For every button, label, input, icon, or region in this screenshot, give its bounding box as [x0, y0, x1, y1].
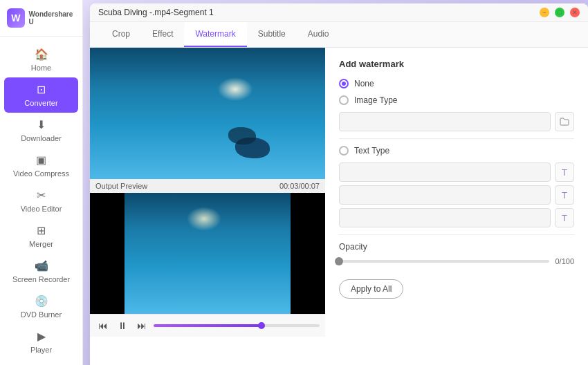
sidebar-label-player: Player: [30, 346, 52, 354]
opacity-slider-thumb[interactable]: [335, 257, 343, 265]
sidebar-label-recorder: Screen Recorder: [12, 275, 70, 283]
watermark-panel: Add watermark None Image Type: [325, 48, 588, 365]
sidebar-label-downloader: Downloader: [21, 134, 62, 142]
sidebar-item-downloader[interactable]: ⬇ Downloader: [0, 113, 82, 148]
progress-fill: [154, 324, 261, 327]
divider-1: [339, 138, 574, 139]
sidebar-label-merger: Merger: [29, 240, 53, 248]
output-video-canvas: [90, 193, 325, 314]
app-area: Speed Conversion Convert Start All Scuba…: [83, 0, 588, 365]
radio-none[interactable]: None: [339, 79, 574, 88]
converter-icon: ⊡: [37, 83, 46, 96]
text-input-row-1: T: [339, 162, 574, 182]
text-watermark-input-2[interactable]: [339, 185, 551, 205]
minimize-button[interactable]: −: [540, 8, 549, 17]
tab-watermark[interactable]: Watermark: [184, 22, 246, 47]
play-button[interactable]: ⏭: [134, 319, 149, 333]
text-format-btn-1[interactable]: T: [555, 162, 574, 182]
sidebar-item-converter[interactable]: ⊡ Converter: [4, 77, 78, 113]
text-input-row-3: T: [339, 208, 574, 227]
input-video-preview: [90, 48, 325, 179]
sidebar-label-compress: Video Compress: [13, 169, 69, 178]
tab-audio[interactable]: Audio: [297, 22, 340, 47]
sidebar-item-player[interactable]: ▶ Player: [0, 324, 82, 359]
dialog-titlebar: Scuba Diving -.mp4-Segment 1 − □ ✕: [90, 3, 588, 22]
logo-icon: W: [7, 8, 25, 28]
sidebar-item-merger[interactable]: ⊞ Merger: [0, 218, 82, 254]
dialog-title: Scuba Diving -.mp4-Segment 1: [98, 8, 214, 17]
app-logo: W Wondershare U: [0, 0, 82, 37]
dialog-body: Output Preview 00:03/00:07 ⏮: [90, 48, 588, 365]
dialog-controls: − □ ✕: [540, 8, 580, 17]
tab-subtitle[interactable]: Subtitle: [247, 22, 297, 47]
radio-image-type[interactable]: Image Type: [339, 95, 574, 105]
opacity-section: Opacity 0/100: [339, 242, 574, 265]
opacity-slider-row: 0/100: [339, 257, 574, 265]
playback-controls: ⏮ ⏸ ⏭: [90, 314, 325, 337]
main-content: Speed Conversion Convert Start All Scuba…: [83, 0, 588, 365]
browse-folder-button[interactable]: [555, 112, 574, 131]
apply-to-all-button[interactable]: Apply to All: [339, 279, 403, 299]
opacity-slider-track[interactable]: [339, 260, 549, 263]
sidebar: W Wondershare U 🏠 Home ⊡ Converter ⬇ Dow…: [0, 0, 83, 365]
video-area: Output Preview 00:03/00:07 ⏮: [90, 48, 325, 365]
sidebar-item-dvd-burner[interactable]: 💿 DVD Burner: [0, 289, 82, 324]
progress-bar[interactable]: [154, 324, 320, 327]
sidebar-label-converter: Converter: [24, 99, 57, 107]
player-icon: ▶: [37, 330, 46, 343]
text-format-btn-3[interactable]: T: [555, 208, 574, 227]
black-bar-left: [90, 193, 125, 314]
sidebar-label-dvd: DVD Burner: [21, 310, 62, 319]
opacity-label: Opacity: [339, 242, 574, 252]
compress-icon: ▣: [36, 153, 46, 167]
text-watermark-input-3[interactable]: [339, 208, 551, 227]
sidebar-label-editor: Video Editor: [21, 205, 62, 213]
sidebar-item-screen-recorder[interactable]: 📹 Screen Recorder: [0, 254, 82, 289]
panel-title: Add watermark: [339, 59, 574, 69]
opacity-value: 0/100: [555, 257, 574, 265]
divider-2: [339, 234, 574, 235]
recorder-icon: 📹: [35, 259, 48, 272]
output-video-preview: [90, 193, 325, 314]
text-format-btn-2[interactable]: T: [555, 185, 574, 205]
merger-icon: ⊞: [37, 224, 46, 237]
dvd-icon: 💿: [35, 294, 48, 308]
radio-text-type[interactable]: Text Type: [339, 146, 574, 156]
sidebar-item-toolbox[interactable]: ⚙ Toolbox: [0, 359, 82, 365]
tab-crop[interactable]: Crop: [101, 22, 141, 47]
radio-text-circle[interactable]: [339, 146, 349, 156]
close-button[interactable]: ✕: [570, 8, 580, 17]
text-input-row-2: T: [339, 185, 574, 205]
video-timestamp: 00:03/00:07: [279, 182, 320, 190]
pause-button[interactable]: ⏸: [115, 319, 130, 333]
folder-icon: [560, 118, 569, 126]
sidebar-label-home: Home: [31, 64, 51, 72]
sidebar-item-home[interactable]: 🏠 Home: [0, 42, 82, 77]
radio-text-label: Text Type: [354, 146, 389, 156]
text-watermark-input-1[interactable]: [339, 162, 551, 182]
logo-text: Wondershare U: [29, 10, 75, 26]
black-bar-right: [291, 193, 325, 314]
rewind-button[interactable]: ⏮: [95, 319, 111, 333]
dialog-tabs: Crop Effect Watermark Subtitle Audio: [90, 22, 588, 48]
tab-effect[interactable]: Effect: [141, 22, 184, 47]
input-video-canvas: [90, 48, 325, 179]
diver-silhouette-2: [228, 127, 256, 144]
sidebar-item-video-compress[interactable]: ▣ Video Compress: [0, 148, 82, 183]
sidebar-item-video-editor[interactable]: ✂ Video Editor: [0, 183, 82, 218]
light-glow: [214, 75, 256, 103]
output-light-glow: [187, 207, 221, 231]
maximize-button[interactable]: □: [555, 8, 564, 17]
edit-dialog: Scuba Diving -.mp4-Segment 1 − □ ✕ Crop …: [90, 3, 588, 365]
radio-image-circle[interactable]: [339, 95, 349, 105]
radio-none-circle[interactable]: [339, 79, 349, 88]
output-preview-label: Output Preview: [95, 182, 147, 190]
progress-thumb: [258, 322, 265, 329]
home-icon: 🏠: [35, 48, 48, 61]
output-preview-header: Output Preview 00:03/00:07: [90, 179, 325, 193]
image-input-row: [339, 112, 574, 131]
editor-icon: ✂: [37, 189, 46, 202]
sidebar-nav: 🏠 Home ⊡ Converter ⬇ Downloader ▣ Video …: [0, 37, 82, 365]
image-path-input[interactable]: [339, 112, 551, 131]
radio-none-label: None: [354, 79, 374, 88]
